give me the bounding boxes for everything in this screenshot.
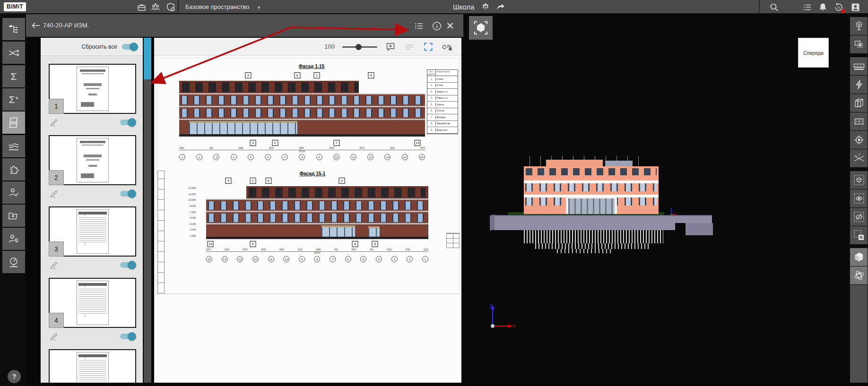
- axis-bubble: 1: [179, 154, 185, 160]
- sidebar-item-plugins[interactable]: [2, 158, 25, 180]
- dimension-value: 1740: [405, 249, 410, 251]
- workspace-selector[interactable]: Базовое пространство ▾: [185, 0, 260, 14]
- solid-mode-icon[interactable]: [850, 248, 868, 266]
- facade1-dimensions: 33404502880312060006000637031206370: [179, 147, 425, 149]
- briefcase-icon[interactable]: [136, 2, 147, 12]
- view-cube-front-face[interactable]: Спереди: [798, 38, 829, 68]
- search-icon[interactable]: [769, 2, 779, 12]
- app-logo: BIMiT: [4, 2, 26, 11]
- sidebar-item-connections[interactable]: [2, 42, 25, 64]
- flash-icon[interactable]: [850, 76, 868, 94]
- user-location-icon: [8, 233, 20, 245]
- bell-icon[interactable]: [817, 2, 828, 12]
- help-button[interactable]: ?: [8, 370, 21, 383]
- sidebar-item-sum-add[interactable]: Σ+: [2, 88, 25, 111]
- back-button[interactable]: [31, 20, 41, 31]
- page-thumbnail[interactable]: 4: [49, 278, 136, 328]
- info-icon[interactable]: [431, 20, 443, 32]
- top-bar: BIMiT Базовое пространство ▾ Школа: [0, 0, 868, 14]
- sigma-plus-icon: Σ+: [9, 94, 19, 104]
- dimension-value: 4210: [387, 249, 391, 251]
- dimension-value: 2880: [239, 147, 243, 149]
- scrollbar-thumb[interactable]: [144, 38, 151, 79]
- team-icon[interactable]: [150, 2, 161, 12]
- sidebar-item-user-check[interactable]: [2, 181, 25, 204]
- expand-icon[interactable]: [423, 41, 434, 52]
- sidebar-item-2d-sheets[interactable]: 2D: [2, 112, 25, 134]
- show-eye-icon[interactable]: [850, 189, 868, 207]
- page-visibility-toggle[interactable]: [120, 191, 135, 197]
- page-thumbnail[interactable]: 1: [49, 64, 136, 114]
- close-icon[interactable]: ✕: [444, 20, 456, 32]
- section-box-icon[interactable]: [850, 94, 868, 112]
- history-icon[interactable]: 10: [833, 2, 844, 12]
- dimension-value: 6000: [279, 249, 284, 251]
- hide-eye-icon[interactable]: [850, 208, 868, 226]
- reset-all-label: Сбросить все: [81, 43, 117, 50]
- callout-marker: 1: [314, 72, 320, 78]
- topbar-divider: [178, 0, 179, 14]
- dimension-value: 450: [209, 147, 213, 149]
- page-visibility-toggle[interactable]: [120, 334, 135, 339]
- axis-bubble: 15: [419, 154, 425, 160]
- sidebar-item-sum[interactable]: Σ: [2, 65, 25, 87]
- page-number-badge: 3: [49, 241, 64, 257]
- trends-icon: [8, 141, 20, 152]
- thumbnail-scrollbar[interactable]: [144, 38, 151, 383]
- shield-clock-icon[interactable]: [165, 2, 176, 12]
- gear-icon[interactable]: [480, 2, 491, 12]
- attic-windows: [526, 168, 657, 175]
- page-thumbnail[interactable]: 2: [49, 135, 136, 185]
- drawing-sheet[interactable]: Фасад 1-15 3614: [156, 58, 460, 294]
- sidebar-item-structure[interactable]: [2, 18, 25, 40]
- dimension-value: 450: [370, 249, 373, 251]
- sidebar-item-folder-share[interactable]: [2, 205, 25, 227]
- foundation-piles: [535, 243, 649, 249]
- select-overlap-icon[interactable]: [850, 35, 868, 53]
- facade1-title: Фасад 1-15: [264, 64, 359, 69]
- dimension-value: 2880: [316, 249, 321, 251]
- axis-bubble: 14: [222, 256, 228, 262]
- zoom-slider[interactable]: [342, 43, 377, 50]
- page-number-badge: 4: [49, 313, 64, 328]
- comment-add-icon[interactable]: [385, 41, 396, 52]
- page-visibility-toggle[interactable]: [120, 120, 135, 125]
- edit-annotations-icon[interactable]: [50, 189, 59, 198]
- school-building-model[interactable]: [524, 166, 659, 214]
- orbit-icon[interactable]: [850, 266, 868, 284]
- callout-marker: 1: [250, 178, 256, 184]
- edit-annotations-icon[interactable]: [50, 332, 59, 341]
- reset-all-toggle[interactable]: [122, 44, 137, 50]
- finish-rows: 1Стены2Стены3Навесн. эл.4Навесн. эл.5Цок…: [427, 76, 458, 134]
- axis-bubble: 11: [350, 154, 356, 160]
- sidebar-item-user-location[interactable]: [2, 228, 25, 250]
- sheet-list-icon[interactable]: [413, 20, 425, 32]
- sidebar-item-dashboard[interactable]: [2, 251, 25, 273]
- target-icon[interactable]: [850, 131, 868, 149]
- isolate-cube-icon[interactable]: [850, 171, 868, 189]
- elevation-mark: +8.250: [172, 205, 196, 207]
- ruler-icon[interactable]: [850, 57, 868, 75]
- fit-view-button[interactable]: [469, 16, 493, 40]
- list-icon[interactable]: [802, 2, 812, 12]
- history-badge-text: 10: [837, 6, 841, 9]
- sidebar-item-trends[interactable]: [2, 135, 25, 157]
- tree-icon[interactable]: [850, 17, 868, 35]
- page-thumbnail[interactable]: 3: [49, 206, 136, 257]
- axes-cross-icon[interactable]: 12: [850, 149, 868, 167]
- clear-selection-icon[interactable]: [850, 226, 868, 244]
- zoom-slider-knob[interactable]: [356, 44, 362, 50]
- model-origin-marker: [669, 207, 677, 216]
- floorplan-icon[interactable]: [850, 112, 868, 130]
- edit-annotations-icon[interactable]: [50, 261, 59, 270]
- page-list-item: 1: [49, 64, 136, 127]
- finish-col1-header: Поз. отделки: [427, 70, 436, 76]
- model-3d-viewport[interactable]: Спереди Z X: [463, 14, 850, 383]
- axis-bubble: 13: [237, 256, 243, 262]
- user-icon[interactable]: [850, 2, 860, 12]
- share-icon[interactable]: [495, 2, 506, 12]
- page-visibility-toggle[interactable]: [120, 262, 135, 268]
- page-thumbnail[interactable]: 5: [49, 349, 136, 383]
- edit-annotations-icon[interactable]: [50, 118, 59, 127]
- link-lock-icon[interactable]: [442, 41, 453, 52]
